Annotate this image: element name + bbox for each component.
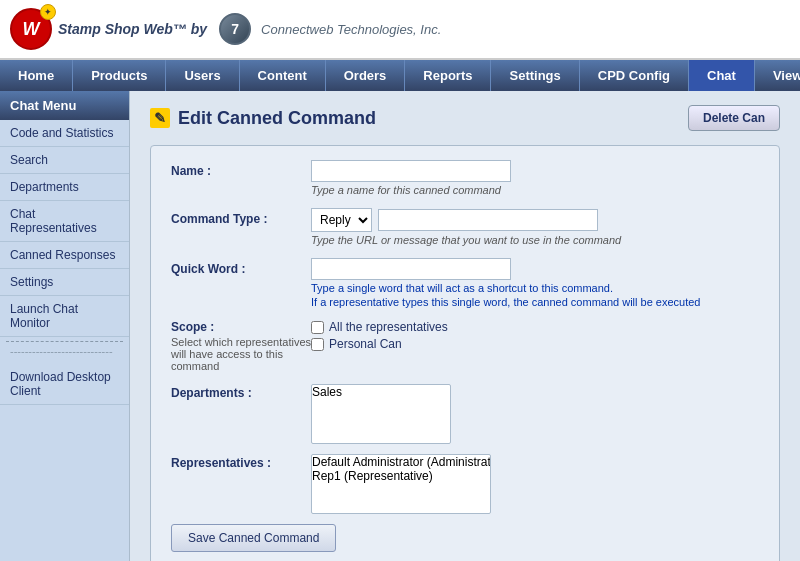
departments-select[interactable]: Sales — [311, 384, 451, 444]
command-type-label: Command Type : — [171, 208, 311, 226]
edit-form: Name : Type a name for this canned comma… — [150, 145, 780, 561]
scope-all-reps-checkbox[interactable] — [311, 321, 324, 334]
command-type-row: Command Type : Reply URL Type the URL or… — [171, 208, 759, 246]
quick-word-row: Quick Word : Type a single word that wil… — [171, 258, 759, 308]
representatives-row: Representatives : Default Administrator … — [171, 454, 759, 514]
departments-row: Departments : Sales — [171, 384, 759, 444]
main-layout: Chat Menu Code and Statistics Search Dep… — [0, 91, 800, 561]
command-type-controls: Reply URL — [311, 208, 759, 232]
command-type-hint: Type the URL or message that you want to… — [311, 234, 759, 246]
sidebar-item-code-stats[interactable]: Code and Statistics — [0, 120, 129, 147]
name-input[interactable] — [311, 160, 511, 182]
quick-word-hint1: Type a single word that will act as a sh… — [311, 282, 759, 294]
sidebar-item-launch-chat[interactable]: Launch Chat Monitor — [0, 296, 129, 337]
nav-orders[interactable]: Orders — [326, 60, 406, 91]
name-field: Type a name for this canned command — [311, 160, 759, 196]
name-hint: Type a name for this canned command — [311, 184, 759, 196]
command-type-field: Reply URL Type the URL or message that y… — [311, 208, 759, 246]
representatives-field: Default Administrator (Administrator) Re… — [311, 454, 491, 514]
quick-word-hint2: If a representative types this single wo… — [311, 296, 759, 308]
header: W ✦ Stamp Shop Web™ by 7 Connectweb Tech… — [0, 0, 800, 60]
sidebar-item-settings[interactable]: Settings — [0, 269, 129, 296]
scope-personal-label[interactable]: Personal Can — [311, 337, 759, 351]
sidebar: Chat Menu Code and Statistics Search Dep… — [0, 91, 130, 561]
sidebar-item-download[interactable]: Download Desktop Client — [0, 364, 129, 405]
page-title: ✎ Edit Canned Command — [150, 108, 376, 129]
sidebar-item-chat-reps[interactable]: Chat Representatives — [0, 201, 129, 242]
command-type-value-input[interactable] — [378, 209, 598, 231]
nav-users[interactable]: Users — [166, 60, 239, 91]
quick-word-input[interactable] — [311, 258, 511, 280]
nav-settings[interactable]: Settings — [491, 60, 579, 91]
scope-field: All the representatives Personal Can — [311, 320, 759, 354]
departments-label: Departments : — [171, 384, 311, 400]
command-type-select[interactable]: Reply URL — [311, 208, 372, 232]
nav-products[interactable]: Products — [73, 60, 166, 91]
edit-icon: ✎ — [150, 108, 170, 128]
save-button[interactable]: Save Canned Command — [171, 524, 336, 552]
main-nav: Home Products Users Content Orders Repor… — [0, 60, 800, 91]
logo-icon: W ✦ — [10, 8, 52, 50]
content-area: ✎ Edit Canned Command Delete Can Name : … — [130, 91, 800, 561]
scope-label-col: Scope : Select which representatives wil… — [171, 320, 311, 372]
sidebar-item-departments[interactable]: Departments — [0, 174, 129, 201]
name-row: Name : Type a name for this canned comma… — [171, 160, 759, 196]
nav-chat[interactable]: Chat — [689, 60, 755, 91]
representatives-select[interactable]: Default Administrator (Administrator) Re… — [311, 454, 491, 514]
departments-field: Sales — [311, 384, 451, 444]
nav-content[interactable]: Content — [240, 60, 326, 91]
scope-row: Scope : Select which representatives wil… — [171, 320, 759, 372]
sidebar-header: Chat Menu — [0, 91, 129, 120]
company-text: Connectweb Technologies, Inc. — [261, 22, 441, 37]
page-header: ✎ Edit Canned Command Delete Can — [150, 105, 780, 131]
nav-view-store[interactable]: View Store — [755, 60, 800, 91]
representatives-label: Representatives : — [171, 454, 311, 470]
logo-text: Stamp Shop Web™ by — [58, 21, 207, 37]
save-row: Save Canned Command — [171, 524, 759, 552]
nav-reports[interactable]: Reports — [405, 60, 491, 91]
sidebar-item-canned-responses[interactable]: Canned Responses — [0, 242, 129, 269]
quick-word-label: Quick Word : — [171, 258, 311, 276]
scope-label: Scope : — [171, 320, 311, 334]
connectweb-logo: 7 — [219, 13, 251, 45]
scope-sublabel: Select which representatives will have a… — [171, 336, 311, 372]
header-logo: W ✦ Stamp Shop Web™ by 7 Connectweb Tech… — [10, 8, 441, 50]
sidebar-divider: ---------------------------- — [6, 341, 123, 360]
quick-word-field: Type a single word that will act as a sh… — [311, 258, 759, 308]
sidebar-item-search[interactable]: Search — [0, 147, 129, 174]
name-label: Name : — [171, 160, 311, 178]
nav-home[interactable]: Home — [0, 60, 73, 91]
scope-all-reps-label[interactable]: All the representatives — [311, 320, 759, 334]
delete-button[interactable]: Delete Can — [688, 105, 780, 131]
scope-personal-checkbox[interactable] — [311, 338, 324, 351]
nav-cpd-config[interactable]: CPD Config — [580, 60, 689, 91]
